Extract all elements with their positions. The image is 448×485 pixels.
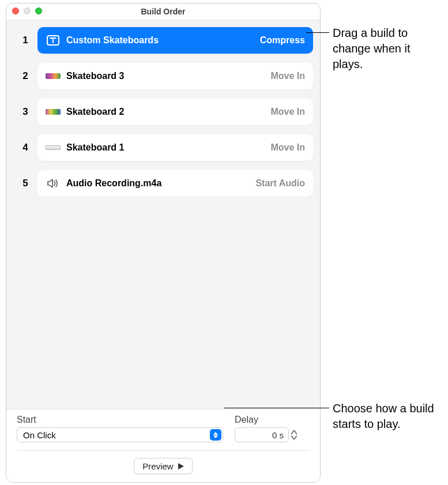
preview-label: Preview [142, 461, 173, 471]
callout-top-text: Drag a build to change when it plays. [333, 27, 411, 70]
callout-bottom-text: Choose how a build starts to play. [333, 402, 434, 430]
build-title: Skateboard 2 [66, 107, 270, 117]
build-title: Skateboard 3 [66, 71, 270, 81]
build-effect: Move In [270, 107, 305, 117]
build-list: 1Custom SkateboardsCompress2Skateboard 3… [6, 20, 320, 409]
callout-bottom: Choose how a build starts to play. [333, 401, 442, 432]
build-title: Custom Skateboards [66, 35, 260, 46]
build-row: 1Custom SkateboardsCompress [13, 27, 313, 54]
callout-leader-line [224, 408, 329, 408]
stepper-arrows-icon[interactable] [291, 430, 299, 439]
delay-stepper[interactable]: 0 s [235, 427, 299, 442]
window-title: Build Order [141, 7, 185, 16]
build-effect: Compress [260, 35, 305, 46]
build-number: 4 [13, 142, 37, 153]
build-card[interactable]: Skateboard 3Move In [37, 63, 313, 89]
minimize-icon[interactable] [24, 7, 31, 14]
build-row: 3Skateboard 2Move In [13, 99, 313, 125]
build-effect: Start Audio [255, 178, 305, 189]
build-card[interactable]: Skateboard 2Move In [37, 99, 313, 125]
build-effect: Move In [270, 142, 305, 153]
delay-value[interactable]: 0 s [235, 427, 289, 442]
start-popup[interactable]: On Click [17, 427, 223, 442]
build-row: 5Audio Recording.m4aStart Audio [13, 170, 313, 197]
build-effect: Move In [270, 71, 305, 81]
build-number: 5 [13, 178, 37, 189]
build-row: 2Skateboard 3Move In [13, 63, 313, 89]
callout-top: Drag a build to change when it plays. [333, 25, 442, 72]
build-number: 1 [13, 35, 37, 46]
build-title: Skateboard 1 [66, 142, 270, 153]
build-row: 4Skateboard 1Move In [13, 134, 313, 161]
zoom-icon[interactable] [35, 7, 42, 14]
footer: Start On Click Delay 0 s [6, 409, 320, 482]
thumbnail-icon [46, 142, 61, 153]
thumbnail-icon [46, 71, 61, 81]
build-card[interactable]: Skateboard 1Move In [37, 134, 313, 161]
popup-arrows-icon [210, 429, 221, 441]
close-icon[interactable] [12, 7, 19, 14]
build-number: 3 [13, 106, 37, 118]
build-card[interactable]: Custom SkateboardsCompress [37, 27, 313, 54]
start-value: On Click [23, 430, 56, 440]
delay-label: Delay [235, 415, 310, 425]
build-title: Audio Recording.m4a [66, 178, 255, 189]
footer-separator [17, 450, 310, 451]
build-order-window: Build Order 1Custom SkateboardsCompress2… [6, 3, 321, 483]
speaker-icon [46, 178, 61, 189]
start-group: Start On Click [17, 415, 223, 442]
play-icon [178, 463, 184, 469]
delay-group: Delay 0 s [235, 415, 310, 442]
callout-leader-line [306, 32, 329, 33]
window-controls [12, 7, 42, 14]
start-label: Start [17, 415, 223, 425]
titlebar: Build Order [6, 3, 320, 20]
build-card[interactable]: Audio Recording.m4aStart Audio [37, 170, 313, 197]
thumbnail-icon [46, 107, 61, 117]
build-number: 2 [13, 70, 37, 82]
preview-button[interactable]: Preview [134, 458, 192, 474]
text-box-icon [46, 35, 61, 46]
